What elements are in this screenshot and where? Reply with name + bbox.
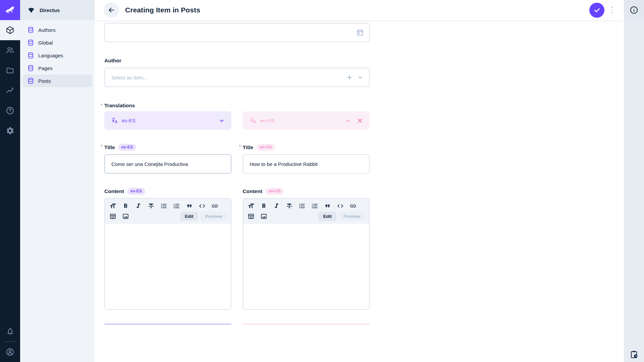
header-actions bbox=[589, 3, 616, 18]
sidebar-item-label: Pages bbox=[38, 65, 53, 71]
required-dot bbox=[101, 145, 102, 146]
language-dividers bbox=[104, 310, 370, 324]
arrow-left-icon bbox=[107, 6, 115, 14]
close-icon[interactable] bbox=[356, 117, 364, 124]
content-labels-row: Content es-ES Content en-US bbox=[104, 188, 370, 195]
title-input-es[interactable] bbox=[104, 154, 231, 174]
database-icon bbox=[27, 77, 34, 84]
calendar-icon[interactable] bbox=[356, 29, 364, 37]
format-size-icon[interactable] bbox=[247, 202, 255, 210]
help-icon bbox=[6, 106, 14, 115]
database-icon bbox=[27, 39, 34, 46]
plus-icon[interactable] bbox=[346, 74, 353, 81]
table-icon[interactable] bbox=[247, 213, 255, 221]
code-icon[interactable] bbox=[198, 202, 206, 210]
clipboard-clock-icon bbox=[630, 350, 639, 359]
preview-tab[interactable]: Preview bbox=[200, 212, 227, 221]
sidebar-item-posts[interactable]: Posts bbox=[23, 74, 92, 87]
bold-icon[interactable] bbox=[121, 202, 129, 210]
bold-icon[interactable] bbox=[260, 202, 268, 210]
preview-tab[interactable]: Preview bbox=[339, 212, 365, 221]
edit-tab[interactable]: Edit bbox=[180, 212, 198, 221]
account-button[interactable] bbox=[0, 342, 20, 362]
module-help[interactable] bbox=[0, 101, 20, 121]
editor-body-en[interactable] bbox=[244, 224, 369, 309]
sidebar-item-authors[interactable]: Authors bbox=[23, 23, 92, 36]
project-header[interactable]: Directus bbox=[20, 0, 95, 20]
numbered-list-icon[interactable] bbox=[172, 202, 180, 210]
page-header: Creating Item in Posts bbox=[95, 0, 624, 20]
numbered-list-icon[interactable] bbox=[311, 202, 319, 210]
markdown-editor-es: Edit Preview bbox=[104, 198, 231, 310]
translation-pill-label: es-ES bbox=[122, 118, 136, 123]
title-inputs-row bbox=[104, 154, 370, 174]
translations-label: Translations bbox=[104, 103, 370, 109]
bell-icon bbox=[6, 327, 14, 336]
directus-rabbit-logo-icon bbox=[4, 4, 16, 16]
box-icon bbox=[6, 26, 14, 35]
sidebar-rail bbox=[624, 0, 644, 362]
info-button[interactable] bbox=[624, 0, 644, 20]
lang-badge-en: en-US bbox=[256, 144, 275, 151]
save-button[interactable] bbox=[589, 3, 604, 18]
strikethrough-icon[interactable] bbox=[147, 202, 155, 210]
sidebar-item-global[interactable]: Global bbox=[23, 36, 92, 49]
editor-body-es[interactable] bbox=[105, 224, 231, 309]
avatar-icon bbox=[6, 348, 14, 356]
sidebar-item-label: Languages bbox=[38, 53, 63, 58]
italic-icon[interactable] bbox=[134, 202, 142, 210]
database-icon bbox=[27, 65, 34, 72]
bullet-list-icon[interactable] bbox=[298, 202, 306, 210]
translation-pill-es[interactable]: A es-ES bbox=[104, 111, 231, 130]
module-users[interactable] bbox=[0, 40, 20, 60]
module-content[interactable] bbox=[0, 20, 20, 40]
author-field bbox=[104, 68, 370, 87]
content-editors-row: Edit Preview bbox=[104, 195, 370, 310]
svg-text:A: A bbox=[253, 120, 256, 124]
link-icon[interactable] bbox=[349, 202, 357, 210]
directus-logo[interactable] bbox=[0, 0, 20, 20]
chevron-down-icon[interactable] bbox=[344, 117, 352, 124]
date-input[interactable] bbox=[104, 23, 370, 42]
users-icon bbox=[6, 46, 14, 55]
table-icon[interactable] bbox=[109, 213, 117, 221]
image-icon[interactable] bbox=[121, 213, 129, 221]
chevron-down-icon[interactable] bbox=[357, 74, 364, 81]
strikethrough-icon[interactable] bbox=[285, 202, 293, 210]
bullet-list-icon[interactable] bbox=[160, 202, 168, 210]
back-button[interactable] bbox=[104, 2, 119, 18]
editor-toolbar: Edit Preview bbox=[105, 199, 231, 224]
module-insights[interactable] bbox=[0, 80, 20, 101]
translation-pill-en[interactable]: A en-US bbox=[243, 111, 370, 130]
collections-sidebar: Directus Authors bbox=[20, 0, 95, 362]
date-field bbox=[104, 23, 370, 42]
code-icon[interactable] bbox=[336, 202, 344, 210]
sidebar-item-languages[interactable]: Languages bbox=[23, 49, 92, 62]
gear-icon bbox=[6, 126, 14, 135]
divider-es bbox=[104, 324, 231, 324]
chevron-down-icon[interactable] bbox=[218, 117, 225, 124]
italic-icon[interactable] bbox=[273, 202, 281, 210]
link-icon[interactable] bbox=[211, 202, 219, 210]
content-label-en: Content en-US bbox=[243, 188, 370, 195]
translation-pill-label: en-US bbox=[260, 118, 275, 123]
directus-app: Directus Authors bbox=[0, 0, 644, 362]
kebab-menu-icon[interactable] bbox=[608, 3, 616, 18]
module-settings[interactable] bbox=[0, 121, 20, 141]
title-input-en[interactable] bbox=[243, 154, 370, 174]
author-select-input[interactable] bbox=[104, 68, 370, 87]
image-icon[interactable] bbox=[260, 213, 268, 221]
sidebar-item-label: Posts bbox=[38, 78, 51, 84]
editor-toolbar: Edit Preview bbox=[244, 199, 369, 224]
project-name: Directus bbox=[40, 7, 60, 13]
notifications-button[interactable] bbox=[0, 321, 20, 341]
edit-tab[interactable]: Edit bbox=[318, 212, 336, 221]
info-icon bbox=[630, 6, 638, 14]
sidebar-item-pages[interactable]: Pages bbox=[23, 62, 92, 74]
module-files[interactable] bbox=[0, 60, 20, 80]
quote-icon[interactable] bbox=[324, 202, 332, 210]
revisions-button[interactable] bbox=[624, 350, 644, 359]
format-size-icon[interactable] bbox=[109, 202, 117, 210]
title-labels-row: Title es-ES Title en-US bbox=[104, 144, 370, 151]
quote-icon[interactable] bbox=[185, 202, 193, 210]
